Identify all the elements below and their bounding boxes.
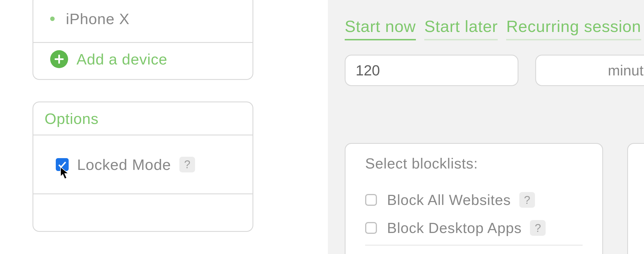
locked-mode-checkbox[interactable] [56,158,69,171]
devices-card: iPhone X Add a device [33,0,253,80]
checkbox-all-websites[interactable] [365,194,377,206]
side-card [627,143,644,254]
add-device-label: Add a device [77,50,167,68]
blocklist-label: Block Desktop Apps [387,220,522,236]
device-name: iPhone X [66,10,129,27]
tab-recurring[interactable]: Recurring session [506,17,641,40]
session-tabs: Start now Start later Recurring session [345,17,641,40]
options-card: Options Locked Mode ? [33,101,253,232]
duration-input[interactable] [345,55,518,86]
blocklist-card: Select blocklists: Block All Websites ? … [345,143,603,254]
locked-mode-row[interactable]: Locked Mode ? [33,135,252,194]
locked-mode-label: Locked Mode [77,156,171,173]
blocklist-title: Select blocklists: [357,155,591,172]
unit-label: minutes [608,62,644,79]
tab-start-now[interactable]: Start now [345,17,416,40]
left-pane: iPhone X Add a device Options Locked Mod… [0,0,328,254]
unit-select[interactable]: minutes [535,55,644,86]
options-header: Options [33,102,252,135]
help-icon[interactable]: ? [530,220,546,236]
blocklist-label: Block All Websites [387,191,511,208]
blocklist-row-all-websites[interactable]: Block All Websites ? [357,186,591,214]
divider [365,245,583,246]
right-pane: Start now Start later Recurring session … [328,0,644,254]
options-title: Options [45,110,99,127]
svg-rect-1 [55,58,64,60]
device-row[interactable]: iPhone X [33,0,252,42]
help-icon[interactable]: ? [519,192,535,208]
blocklist-row-desktop-apps[interactable]: Block Desktop Apps ? [357,214,591,242]
add-device-button[interactable]: Add a device [33,43,252,75]
help-icon[interactable]: ? [179,157,195,172]
status-dot-icon [50,17,55,21]
plus-circle-icon [50,50,68,68]
tab-start-later[interactable]: Start later [424,17,498,40]
checkbox-desktop-apps[interactable] [365,222,377,234]
